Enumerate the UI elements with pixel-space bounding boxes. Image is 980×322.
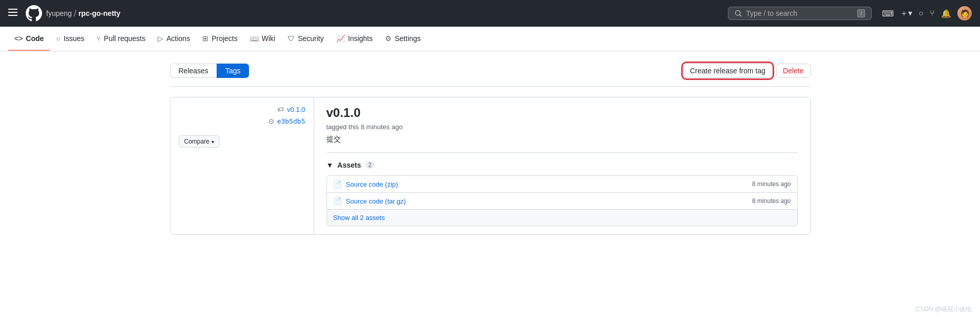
asset-item-targz: 📄 Source code (tar.gz) 8 minutes ago [326,193,798,210]
projects-icon: ⊞ [202,34,208,43]
actions-icon: ▷ [158,34,163,43]
commit-reference: ⊙ e3b5db5 [179,117,305,125]
issues-nav-icon: ○ [56,34,60,43]
assets-count: 2 [365,162,375,169]
commit-link[interactable]: e3b5db5 [277,117,305,125]
wiki-icon: 📖 [250,34,259,43]
create-release-button[interactable]: Create release from tag [683,64,772,78]
top-navigation: fyupeng / rpc-go-netty / ⌨ ＋▾ ○ ⑂ 🔔 🧑 [0,0,980,27]
username-link[interactable]: fyupeng [46,9,72,17]
release-meta: tagged this 8 minutes ago [326,123,798,131]
hamburger-menu[interactable] [8,8,17,19]
tags-tab[interactable]: Tags [217,64,249,78]
search-icon [735,10,742,17]
tag-icon: 🏷 [277,106,284,113]
repo-nav-actions[interactable]: ▷ Actions [151,27,196,51]
tag-reference: 🏷 v0.1.0 [179,106,305,113]
asset-targz-link[interactable]: Source code (tar.gz) [346,197,406,205]
repo-nav-insights[interactable]: 📈 Insights [330,27,379,51]
tag-link[interactable]: v0.1.0 [287,106,305,113]
breadcrumb-slash: / [74,8,76,19]
release-divider [326,152,798,153]
repo-breadcrumb: fyupeng / rpc-go-netty [46,8,121,19]
pr-icon: ⑂ [97,34,101,43]
repo-navigation: <> Code ○ Issues ⑂ Pull requests ▷ Actio… [0,27,980,51]
chevron-down-icon: ▾ [212,139,214,145]
pull-requests-icon[interactable]: ⑂ [930,9,935,18]
commit-icon: ⊙ [268,117,274,125]
assets-section: ▼ Assets 2 📄 Source code (zip) 8 minutes… [326,161,798,226]
release-main: v0.1.0 tagged this 8 minutes ago 提交 ▼ As… [314,97,810,234]
releases-tab[interactable]: Releases [170,64,217,78]
repo-nav-issues[interactable]: ○ Issues [50,27,90,51]
asset-zip-time: 8 minutes ago [752,180,791,188]
search-kbd: / [857,9,865,17]
code-icon: <> [14,34,23,43]
releases-header: Releases Tags Create release from tag De… [170,64,811,87]
svg-rect-2 [8,15,17,16]
release-commit-message: 提交 [326,135,798,144]
search-input[interactable] [746,9,838,17]
global-search: / [728,7,872,20]
repo-nav-settings[interactable]: ⚙ Settings [379,27,427,51]
svg-rect-0 [8,9,17,10]
security-icon: 🛡 [287,34,295,43]
repo-nav-security[interactable]: 🛡 Security [281,27,330,51]
asset-zip-icon: 📄 [333,180,342,188]
repo-nav-code[interactable]: <> Code [8,27,50,51]
terminal-icon[interactable]: ⌨ [882,9,894,18]
repo-nav-projects[interactable]: ⊞ Projects [196,27,244,51]
asset-targz-icon: 📄 [333,197,342,205]
top-nav-icons: ⌨ ＋▾ ○ ⑂ 🔔 🧑 [882,6,972,21]
assets-toggle-icon: ▼ [326,161,334,169]
release-item: 🏷 v0.1.0 ⊙ e3b5db5 Compare ▾ v0.1.0 tagg… [170,97,811,235]
main-content: Releases Tags Create release from tag De… [162,51,819,247]
release-actions: Create release from tag Delete [683,64,811,78]
github-logo-icon [26,5,42,22]
issues-icon[interactable]: ○ [918,9,924,18]
settings-icon: ⚙ [385,34,392,43]
asset-targz-time: 8 minutes ago [752,197,791,205]
plus-icon[interactable]: ＋▾ [900,8,912,19]
compare-button[interactable]: Compare ▾ [179,135,220,148]
assets-header: ▼ Assets 2 [326,161,798,169]
release-version: v0.1.0 [326,106,798,120]
svg-rect-1 [8,12,17,13]
reponame-link[interactable]: rpc-go-netty [79,9,121,17]
asset-item-zip: 📄 Source code (zip) 8 minutes ago [326,175,798,193]
repo-nav-pullrequests[interactable]: ⑂ Pull requests [90,27,151,51]
avatar[interactable]: 🧑 [957,6,972,21]
asset-zip-link[interactable]: Source code (zip) [346,180,398,188]
assets-label: Assets [337,161,361,169]
delete-button[interactable]: Delete [776,64,810,78]
releases-tags-tabs: Releases Tags [170,64,249,78]
repo-nav-wiki[interactable]: 📖 Wiki [244,27,281,51]
notifications-icon[interactable]: 🔔 [941,9,951,18]
release-sidebar: 🏷 v0.1.0 ⊙ e3b5db5 Compare ▾ [170,97,314,234]
show-all-assets-link[interactable]: Show all 2 assets [326,210,798,226]
insights-icon: 📈 [336,34,345,43]
